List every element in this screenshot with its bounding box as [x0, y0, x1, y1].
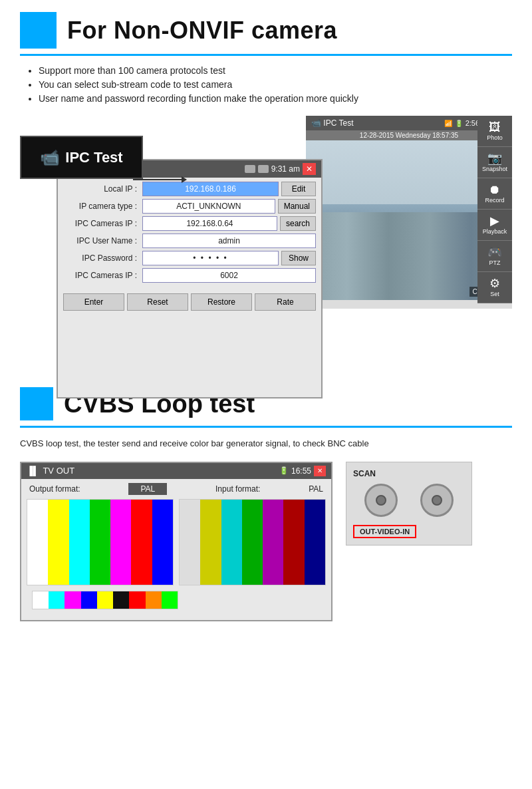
- bullet-item-1: Support more than 100 camera protocols t…: [39, 65, 512, 76]
- section1-title: For Non-ONVIF camera: [67, 17, 337, 45]
- local-ip-label: Local IP :: [63, 184, 140, 194]
- titlebar-time: 9:31 am: [271, 164, 300, 174]
- arrow-indicator: [133, 179, 186, 180]
- preview-title-left: 📹 IPC Test: [311, 118, 353, 128]
- blue-square-2-icon: [20, 387, 53, 420]
- photo-icon: 🖼: [489, 121, 501, 133]
- camera-icon: 📹: [40, 148, 60, 167]
- port-label: IPC Cameras IP :: [63, 271, 140, 280]
- enter-button[interactable]: Enter: [63, 293, 124, 311]
- mini-bar-8: [146, 591, 162, 609]
- tvout-format-row: Output format: PAL Input format: PAL: [21, 479, 331, 499]
- search-button[interactable]: search: [280, 216, 316, 231]
- divider-1: [20, 54, 512, 56]
- cameras-ip-label: IPC Cameras IP :: [63, 219, 140, 228]
- camera-type-row: IP camera type : ACTI_UNKNOWN Manual: [63, 199, 316, 214]
- mini-bar-3: [65, 591, 80, 609]
- ptz-sidebar-item[interactable]: 🎮 PTZ: [477, 241, 512, 272]
- output-format-label: Output format:: [29, 484, 80, 494]
- signal-status-icon: 📶: [444, 120, 452, 127]
- restore-button[interactable]: Restore: [191, 293, 252, 311]
- local-ip-row: Local IP : 192.168.0.186 Edit: [63, 182, 316, 196]
- record-label: Record: [485, 197, 504, 204]
- cvbs-description: CVBS loop test, the tester send and rece…: [20, 437, 512, 451]
- tvout-title: TV OUT: [43, 466, 74, 476]
- titlebar-icons: 9:31 am ✕: [245, 163, 316, 175]
- ipc-logo: 📹 IPC Test: [40, 148, 122, 167]
- bar-magenta: [110, 500, 131, 585]
- tvout-close-button[interactable]: ✕: [314, 466, 326, 476]
- connector-inner-right: [432, 495, 442, 506]
- scan-box: SCAN OUT-VIDEO-IN: [346, 462, 472, 546]
- mini-bar-2: [49, 591, 65, 609]
- bullet-list: Support more than 100 camera protocols t…: [20, 65, 512, 104]
- section2: CVBS Loop test CVBS loop test, the teste…: [0, 375, 532, 621]
- edit-button[interactable]: Edit: [281, 182, 316, 196]
- snapshot-sidebar-item[interactable]: 📷 Snapshot: [477, 147, 512, 178]
- color-bars-container: [21, 499, 331, 591]
- snapshot-icon: 📷: [487, 152, 502, 164]
- cameras-ip-row: IPC Cameras IP : 192.168.0.64 search: [63, 216, 316, 231]
- input-format-label: Input format:: [215, 484, 260, 494]
- mini-bar-5: [97, 591, 113, 609]
- section1-header: For Non-ONVIF camera: [0, 0, 532, 49]
- bar2-yellow: [200, 500, 221, 585]
- bar-blue: [152, 500, 173, 585]
- tvout-battery-icon: 🔋: [279, 466, 289, 475]
- record-sidebar-item[interactable]: ⏺ Record: [477, 178, 512, 210]
- scan-connectors: [353, 484, 465, 517]
- input-format-value: PAL: [309, 484, 323, 494]
- out-video-bracket: OUT-VIDEO-IN: [353, 525, 416, 538]
- camera-preview-panel: 📹 IPC Test 📶 🔋 2:56 AM ✕ 12-28-2015 Wedn…: [306, 116, 512, 309]
- scan-label: SCAN: [353, 469, 465, 478]
- connector-inner-left: [376, 495, 386, 506]
- preview-camera-icon: 📹: [311, 118, 321, 128]
- mini-bar-4: [81, 591, 97, 609]
- playback-icon: ▶: [490, 215, 499, 227]
- bullet-item-3: User name and password recording functio…: [39, 93, 512, 104]
- divider-2: [20, 426, 512, 428]
- bar2-white: [180, 500, 200, 585]
- mini-bar-panel: [32, 591, 178, 609]
- mini-bars-wrapper: [21, 591, 331, 620]
- show-button[interactable]: Show: [281, 251, 316, 265]
- set-label: Set: [490, 291, 499, 297]
- tvout-bars-icon: ▐▌: [27, 466, 39, 476]
- bar2-cyan: [221, 500, 242, 585]
- bottom-buttons: Enter Reset Restore Rate: [58, 289, 321, 315]
- record-icon: ⏺: [489, 184, 501, 196]
- tvout-area: ▐▌ TV OUT 🔋 16:55 ✕ Output format: PAL I…: [20, 462, 512, 621]
- mini-bar-7: [129, 591, 145, 609]
- mini-bar-9: [162, 591, 178, 609]
- wifi-icon: [258, 165, 269, 173]
- dialog-close-button[interactable]: ✕: [303, 163, 316, 175]
- bullet-item-2: You can select sub-stream code to test c…: [39, 79, 512, 90]
- manual-button[interactable]: Manual: [278, 199, 316, 214]
- username-label: IPC User Name :: [63, 236, 140, 245]
- port-row: IPC Cameras IP : 6002: [63, 268, 316, 283]
- tvout-time: 16:55: [291, 466, 311, 476]
- color-bar-left: [27, 499, 174, 585]
- blue-square-icon: [20, 12, 57, 49]
- scan-connector-left: [364, 484, 398, 517]
- mini-bar-1: [33, 591, 49, 609]
- signal-icon: [245, 165, 255, 173]
- battery-icon: 🔋: [455, 120, 463, 127]
- camera-type-value: ACTI_UNKNOWN: [142, 199, 275, 214]
- photo-sidebar-item[interactable]: 🖼 Photo: [477, 116, 512, 147]
- ipc-logo-text: IPC Test: [65, 149, 122, 166]
- tvout-titlebar-right: 🔋 16:55 ✕: [279, 466, 326, 476]
- bar2-red: [283, 500, 304, 585]
- set-sidebar-item[interactable]: ⚙ Set: [477, 272, 512, 303]
- ipc-form: Local IP : 192.168.0.186 Edit IP camera …: [58, 178, 321, 289]
- ptz-label: PTZ: [489, 259, 501, 266]
- reset-button[interactable]: Reset: [127, 293, 188, 311]
- bar2-magenta: [263, 500, 283, 585]
- settings-icon: ⚙: [489, 277, 500, 289]
- playback-sidebar-item[interactable]: ▶ Playback: [477, 210, 512, 241]
- bar2-green: [242, 500, 263, 585]
- bar2-blue: [305, 500, 325, 585]
- preview-title: IPC Test: [323, 118, 353, 128]
- output-format-button[interactable]: PAL: [128, 483, 167, 495]
- rate-button[interactable]: Rate: [255, 293, 316, 311]
